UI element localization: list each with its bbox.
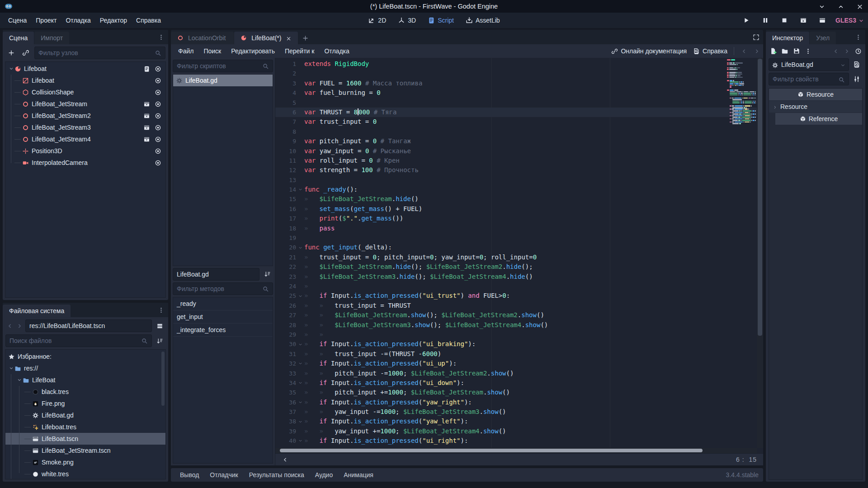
renderer-select[interactable]: GLES3 bbox=[835, 17, 864, 24]
file-row[interactable]: Избранное: bbox=[5, 351, 165, 362]
tab-Сцена[interactable]: Сцена bbox=[3, 32, 34, 44]
code-line[interactable]: 5 bbox=[275, 98, 757, 108]
scripts-filter-input[interactable]: Фильтр скриптов bbox=[173, 60, 273, 72]
dots-menu-icon[interactable] bbox=[154, 306, 168, 314]
code-line[interactable]: 4var fuel_burning = 0 bbox=[275, 88, 757, 98]
script-menu-Поиск[interactable]: Поиск bbox=[199, 46, 226, 56]
script-menu-Файл[interactable]: Файл bbox=[174, 46, 198, 56]
eye-button[interactable] bbox=[155, 159, 161, 167]
save-resource-button[interactable] bbox=[793, 47, 800, 55]
file-row[interactable]: Lifeboat.tres bbox=[5, 421, 165, 433]
code-line[interactable]: 36»if Input.is_action_pressed("yaw_right… bbox=[275, 398, 757, 407]
code-line[interactable]: 27»»$LifeBoat_JetStream.show(); $LifeBoa… bbox=[275, 310, 757, 320]
menu-Отладка[interactable]: Отладка bbox=[61, 15, 95, 26]
scene-node-row[interactable]: InterpolatedCamera bbox=[5, 157, 165, 169]
code-line[interactable]: 29»» bbox=[275, 330, 757, 339]
history-icon[interactable] bbox=[855, 47, 862, 55]
menu-Сцена[interactable]: Сцена bbox=[4, 15, 31, 26]
file-row[interactable]: white.tres bbox=[5, 468, 165, 479]
file-row[interactable]: LifeBoat.tscn bbox=[5, 433, 165, 445]
eye-button[interactable] bbox=[155, 65, 161, 73]
eye-button[interactable] bbox=[155, 147, 161, 155]
fold-arrow-icon[interactable] bbox=[296, 359, 304, 368]
code-line[interactable]: 16»set_mass(get_mass() + FUEL) bbox=[275, 204, 757, 214]
file-row[interactable]: res:// bbox=[5, 362, 165, 374]
dots-menu[interactable] bbox=[851, 33, 865, 41]
eye-button[interactable] bbox=[155, 77, 161, 84]
pause-button[interactable] bbox=[760, 14, 771, 26]
film-button[interactable] bbox=[143, 100, 150, 108]
method-item[interactable]: get_input bbox=[173, 310, 273, 324]
history-forward-button[interactable] bbox=[754, 47, 760, 55]
fold-arrow-icon[interactable] bbox=[296, 291, 304, 300]
script-menu-Отладка[interactable]: Отладка bbox=[320, 46, 354, 56]
code-line[interactable]: 10var yaw_input = 0 # Рысканье bbox=[275, 146, 757, 156]
method-item[interactable]: _integrate_forces bbox=[173, 324, 273, 337]
code-line[interactable]: 38»if Input.is_action_pressed("yaw_left"… bbox=[275, 417, 757, 426]
method-item[interactable]: _ready bbox=[173, 297, 273, 310]
file-row[interactable]: LifeBoat.gd bbox=[5, 409, 165, 421]
split-view-icon[interactable] bbox=[154, 320, 165, 332]
code-vscrollbar[interactable] bbox=[757, 58, 763, 448]
code-line[interactable]: 3var FUEL = 1600 # Масса топлива bbox=[275, 79, 757, 88]
code-line[interactable]: 7var trust_input = 0 bbox=[275, 117, 757, 127]
code-editor[interactable]: 1extends RigidBody23var FUEL = 1600 # Ма… bbox=[275, 58, 763, 465]
workspace-assetlib[interactable]: AssetLib bbox=[466, 17, 500, 24]
code-line[interactable]: 37»»yaw_input -=1000; $LifeBoat_JetStrea… bbox=[275, 407, 757, 417]
scene-node-row[interactable]: Lifeboat bbox=[5, 75, 165, 86]
code-line[interactable]: 17»print($".".get_mass()) bbox=[275, 214, 757, 223]
script-menu-Редактировать[interactable]: Редактировать bbox=[226, 46, 279, 56]
play-button[interactable] bbox=[741, 14, 752, 26]
workspace-3d[interactable]: 3D bbox=[398, 17, 416, 24]
menu-doc-search[interactable]: Справка bbox=[693, 47, 727, 55]
code-line[interactable]: 23»$LifeBoat_JetStream3.hide(); $LifeBoa… bbox=[275, 272, 757, 282]
workspace-2d[interactable]: 2D bbox=[368, 17, 386, 24]
new-tab-button[interactable] bbox=[298, 32, 312, 44]
window-maximize-button[interactable] bbox=[837, 2, 844, 10]
bottom-panel-Вывод[interactable]: Вывод bbox=[175, 469, 203, 480]
code-line[interactable]: 22»$LifeBoat_JetStream.hide(); $LifeBoat… bbox=[275, 262, 757, 272]
eye-button[interactable] bbox=[155, 112, 161, 120]
scene-node-row[interactable]: LifeBoat_JetStream3 bbox=[5, 122, 165, 133]
inspector-filter-input[interactable]: Фильтр свойств bbox=[769, 73, 849, 85]
script-tab-LifeBoat[interactable]: LifeBoat(*) bbox=[234, 32, 298, 44]
code-line[interactable]: 35»»pitch_input +=1000; $LifeBoat_JetStr… bbox=[275, 388, 757, 397]
fs-scrollbar[interactable] bbox=[161, 352, 165, 406]
code-line[interactable]: 8 bbox=[275, 127, 757, 136]
play-scene-button[interactable] bbox=[797, 14, 809, 26]
close-tab-icon[interactable] bbox=[286, 34, 292, 42]
code-line[interactable]: 19 bbox=[275, 233, 757, 243]
eye-button[interactable] bbox=[155, 124, 161, 131]
eye-button[interactable] bbox=[155, 136, 161, 143]
bottom-panel-Аудио[interactable]: Аудио bbox=[311, 469, 338, 480]
fold-arrow-icon[interactable] bbox=[296, 185, 304, 194]
inspector-category-Resource[interactable]: Resource bbox=[769, 101, 862, 113]
code-line[interactable]: 25»if Input.is_action_pressed("ui_trust"… bbox=[275, 291, 757, 300]
scene-node-row[interactable]: CollisionShape bbox=[5, 86, 165, 98]
code-line[interactable]: 20func get_input(_delta): bbox=[275, 243, 757, 252]
scene-node-row[interactable]: LifeBoat_JetStream4 bbox=[5, 133, 165, 145]
scene-node-row[interactable]: LifeBoat_JetStream2 bbox=[5, 110, 165, 122]
history-back-button[interactable] bbox=[832, 47, 839, 55]
fold-arrow-icon[interactable] bbox=[296, 339, 304, 349]
code-line[interactable]: 6var THRUST = 8000 # Тяга bbox=[275, 108, 757, 117]
script-button[interactable] bbox=[143, 65, 150, 73]
tab-Импорт[interactable]: Импорт bbox=[34, 32, 69, 44]
code-line[interactable]: 12var strength = 100 # Прочность bbox=[275, 165, 757, 175]
code-line[interactable]: 21»trust_input = 0; pitch_input=0; yaw_i… bbox=[275, 253, 757, 262]
code-line[interactable]: 14func _ready(): bbox=[275, 185, 757, 194]
workspace-script[interactable]: Script bbox=[428, 17, 454, 24]
expand-editor-button[interactable] bbox=[749, 33, 763, 41]
menu-Справка[interactable]: Справка bbox=[132, 15, 165, 26]
doc-search-icon[interactable] bbox=[851, 59, 863, 70]
eye-button[interactable] bbox=[155, 100, 161, 108]
scene-filter-input[interactable]: Фильтр узлов bbox=[34, 47, 165, 59]
history-back-button[interactable] bbox=[741, 47, 747, 55]
tab-Инспектор[interactable]: Инспектор bbox=[766, 32, 809, 44]
code-line[interactable]: 33»»pitch_input -=1000; $LifeBoat_JetStr… bbox=[275, 369, 757, 378]
code-hscrollbar[interactable] bbox=[275, 448, 757, 453]
instance-scene-button[interactable] bbox=[20, 47, 32, 59]
window-close-button[interactable] bbox=[856, 2, 863, 10]
code-line[interactable]: 28»»$LifeBoat_JetStream3.show(); $LifeBo… bbox=[275, 320, 757, 330]
chevron-left-icon[interactable] bbox=[282, 456, 288, 464]
